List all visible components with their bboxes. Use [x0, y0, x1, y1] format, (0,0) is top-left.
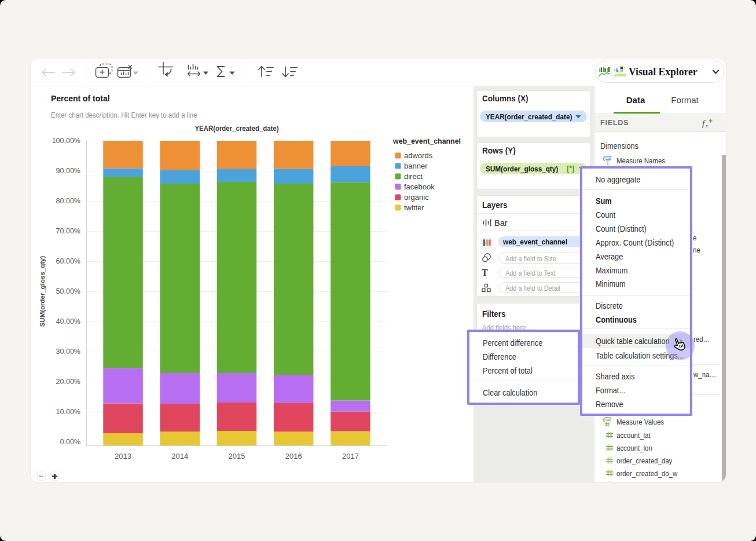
svg-text:30.00%: 30.00%	[56, 348, 80, 356]
svg-text:direct: direct	[404, 172, 423, 181]
svg-text:50.00%: 50.00%	[56, 287, 80, 295]
svg-text:60.00%: 60.00%	[56, 257, 80, 265]
svg-text:T: T	[606, 159, 610, 166]
svg-text:x: x	[705, 123, 708, 129]
svg-text:adwords: adwords	[404, 151, 433, 160]
svg-text:100.00%: 100.00%	[52, 137, 80, 145]
svg-text:organic: organic	[404, 193, 429, 202]
svg-text:web_event_channel: web_event_channel	[392, 137, 461, 145]
svg-text:2015: 2015	[229, 452, 245, 460]
svg-text:70.00%: 70.00%	[56, 227, 80, 235]
svg-text:10.00%: 10.00%	[56, 408, 80, 416]
svg-text:twitter: twitter	[404, 203, 424, 212]
svg-text:2014: 2014	[171, 452, 188, 460]
svg-text:2013: 2013	[115, 452, 131, 460]
svg-text:+: +	[709, 117, 713, 125]
svg-text:90.00%: 90.00%	[56, 167, 80, 175]
svg-text:2017: 2017	[342, 452, 359, 460]
svg-text:0.00%: 0.00%	[60, 438, 80, 446]
svg-text:facebook: facebook	[404, 182, 435, 191]
svg-text:banner: banner	[404, 162, 428, 170]
svg-text:YEAR(order_created_date): YEAR(order_created_date)	[195, 124, 279, 133]
svg-text:40.00%: 40.00%	[56, 317, 80, 326]
svg-text:20.00%: 20.00%	[56, 378, 80, 386]
svg-text:SUM(order_gloss_qty): SUM(order_gloss_qty)	[39, 255, 46, 327]
svg-text:80.00%: 80.00%	[56, 197, 80, 205]
svg-text:2016: 2016	[285, 452, 302, 460]
